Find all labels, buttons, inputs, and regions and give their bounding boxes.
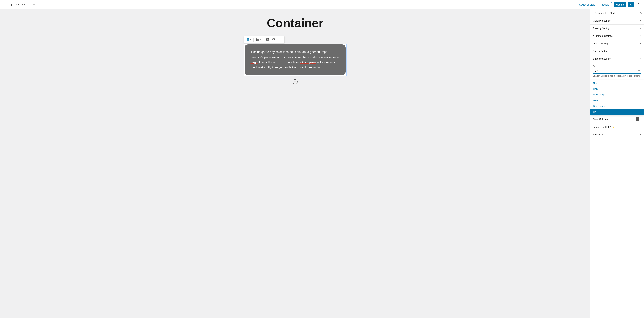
section-shadow: Shadow Settings ▾ Type None Light Light … xyxy=(590,55,644,115)
content-text: T-shirts game boy color taco bell chihua… xyxy=(251,49,340,70)
switch-to-draft-button[interactable]: Switch to Draft xyxy=(578,2,596,7)
section-visibility: Visibility Settings ▾ xyxy=(590,17,644,25)
section-spacing: Spacing Settings ▾ xyxy=(590,25,644,32)
page-title: Container xyxy=(267,16,323,30)
alignment-settings-header[interactable]: Alignment Settings ▾ xyxy=(590,32,644,40)
list-view-button[interactable]: ≡ xyxy=(32,2,36,8)
back-button[interactable]: ← xyxy=(3,2,8,8)
redo-icon: ↪ xyxy=(22,3,25,7)
color-settings-title: Color Settings xyxy=(593,118,608,120)
block-type-icon xyxy=(246,38,250,42)
section-advanced[interactable]: Advanced ▾ xyxy=(590,131,644,138)
link-settings-title: Link to Settings xyxy=(593,42,609,45)
more-block-options-button[interactable]: ⋮ xyxy=(278,37,283,43)
canvas-area: Container ▾ xyxy=(0,10,590,318)
image-insert-button[interactable] xyxy=(264,37,270,43)
dropdown-item-none[interactable]: None xyxy=(590,80,644,86)
link-fargo[interactable]: fargo xyxy=(251,61,258,64)
svg-rect-3 xyxy=(266,39,268,41)
help-title: Looking for Help? ⚡ xyxy=(593,126,615,128)
add-block-below-button[interactable]: + xyxy=(292,79,298,84)
image-icon xyxy=(266,38,269,42)
link-chevron-icon: ▾ xyxy=(640,42,641,45)
info-icon: ℹ xyxy=(28,3,30,7)
shadow-settings-content: Type None Light Light Large Dark Dark La… xyxy=(590,62,644,80)
settings-icon: ⚙ xyxy=(630,3,632,6)
svg-rect-5 xyxy=(272,39,274,40)
tab-document[interactable]: Document xyxy=(593,10,608,17)
spacing-chevron-icon: ▾ xyxy=(640,27,641,30)
toolbar-divider-1 xyxy=(253,38,254,42)
visibility-settings-header[interactable]: Visibility Settings ▾ xyxy=(590,17,644,25)
undo-button[interactable]: ↩ xyxy=(15,2,20,8)
sidebar: Document Block ✕ Visibility Settings ▾ S… xyxy=(590,10,644,318)
info-button[interactable]: ℹ xyxy=(28,2,31,8)
section-border: Border Settings ▾ xyxy=(590,47,644,55)
shadow-field-description: Shadow utilities to add a box shadow to … xyxy=(593,75,641,77)
shadow-settings-title: Shadow Settings xyxy=(593,57,611,60)
color-swatch xyxy=(636,117,639,121)
link-korn[interactable]: korn xyxy=(272,66,278,69)
main-layout: Container ▾ xyxy=(0,10,644,318)
layout-chevron: ▾ xyxy=(260,39,260,41)
visibility-settings-title: Visibility Settings xyxy=(593,19,611,22)
shadow-type-select[interactable]: None Light Light Large Dark Dark Large L… xyxy=(593,68,641,74)
toolbar-divider-2 xyxy=(263,38,263,42)
color-chevron-icon: ▾ xyxy=(640,118,641,120)
update-button[interactable]: Update xyxy=(614,2,626,7)
more-menu-button[interactable]: ⋮ xyxy=(636,2,641,8)
link-ok-simpson[interactable]: ok simpson xyxy=(300,61,316,64)
visibility-chevron-icon: ▾ xyxy=(640,20,641,22)
content-block: T-shirts game boy color taco bell chihua… xyxy=(244,44,346,75)
tab-block[interactable]: Block xyxy=(608,10,618,17)
layout-icon xyxy=(256,38,259,42)
toolbar: ← + ↩ ↪ ℹ ≡ Switch to Draft Preview Upda… xyxy=(0,0,644,10)
spacing-settings-header[interactable]: Spacing Settings ▾ xyxy=(590,25,644,32)
section-color[interactable]: Color Settings ▾ xyxy=(590,115,644,123)
alignment-settings-title: Alignment Settings xyxy=(593,35,613,37)
block-type-button[interactable]: ▾ xyxy=(245,37,252,43)
video-icon xyxy=(272,38,276,42)
shadow-dropdown-overlay: None Light Light Large Dark Dark Large L… xyxy=(590,80,644,115)
dropdown-item-dark-large[interactable]: Dark Large xyxy=(590,103,644,109)
shadow-settings-header[interactable]: Shadow Settings ▾ xyxy=(590,55,644,62)
toolbar-right: Switch to Draft Preview Update ⚙ ⋮ xyxy=(578,2,641,8)
add-icon: + xyxy=(10,3,13,7)
add-block-toolbar-button[interactable]: + xyxy=(10,2,14,8)
dropdown-item-lift[interactable]: Lift xyxy=(590,109,644,115)
settings-button[interactable]: ⚙ xyxy=(628,2,634,8)
layout-button[interactable]: ▾ xyxy=(254,37,262,43)
toolbar-left: ← + ↩ ↪ ℹ ≡ xyxy=(3,2,36,8)
shadow-chevron-icon: ▾ xyxy=(640,58,641,60)
link-toni-braxton[interactable]: toni braxton xyxy=(251,66,266,69)
link-settings-header[interactable]: Link to Settings ▾ xyxy=(590,40,644,47)
block-type-chevron: ▾ xyxy=(250,39,251,41)
help-chevron-icon: ▾ xyxy=(640,126,641,128)
more-options-icon: ⋮ xyxy=(279,38,282,42)
dropdown-item-dark[interactable]: Dark xyxy=(590,97,644,103)
advanced-chevron-icon: ▾ xyxy=(640,133,641,136)
section-help[interactable]: Looking for Help? ⚡ ▾ xyxy=(590,123,644,131)
border-settings-title: Border Settings xyxy=(593,50,609,53)
undo-icon: ↩ xyxy=(16,3,19,7)
spacing-settings-title: Spacing Settings xyxy=(593,27,611,30)
shadow-type-select-wrapper: None Light Light Large Dark Dark Large L… xyxy=(593,68,641,74)
dropdown-item-light[interactable]: Light xyxy=(590,86,644,92)
preview-button[interactable]: Preview xyxy=(598,2,612,7)
close-sidebar-button[interactable]: ✕ xyxy=(640,11,642,15)
color-settings-right: ▾ xyxy=(636,117,641,121)
more-icon: ⋮ xyxy=(636,3,640,7)
section-alignment: Alignment Settings ▾ xyxy=(590,32,644,40)
alignment-chevron-icon: ▾ xyxy=(640,35,641,37)
block-toolbar: ▾ ▾ xyxy=(244,36,284,43)
list-icon: ≡ xyxy=(33,3,35,7)
redo-button[interactable]: ↪ xyxy=(21,2,26,8)
sidebar-tabs: Document Block ✕ xyxy=(590,10,644,17)
dropdown-item-light-large[interactable]: Light Large xyxy=(590,92,644,97)
section-link: Link to Settings ▾ xyxy=(590,40,644,47)
advanced-title: Advanced xyxy=(593,133,604,136)
type-field-label: Type xyxy=(593,64,641,67)
video-insert-button[interactable] xyxy=(271,37,277,43)
border-settings-header[interactable]: Border Settings ▾ xyxy=(590,47,644,55)
block-wrapper[interactable]: T-shirts game boy color taco bell chihua… xyxy=(244,44,346,76)
